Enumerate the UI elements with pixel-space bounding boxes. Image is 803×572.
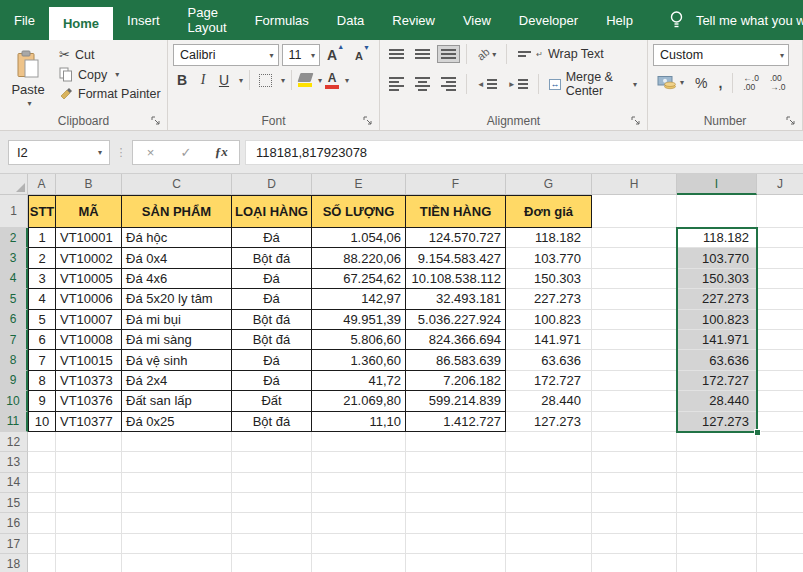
- cell-I12[interactable]: [677, 432, 757, 452]
- cell-D2[interactable]: Đá: [232, 228, 312, 248]
- cell-F11[interactable]: 1.412.727: [406, 412, 506, 432]
- cell-B3[interactable]: VT10002: [56, 248, 122, 268]
- cell-B14[interactable]: [56, 473, 122, 493]
- cell-E6[interactable]: 49.951,39: [312, 310, 406, 330]
- italic-button[interactable]: I: [194, 71, 212, 89]
- cell-H14[interactable]: [592, 473, 677, 493]
- cell-F5[interactable]: 32.493.181: [406, 289, 506, 309]
- cell-D18[interactable]: [232, 554, 312, 572]
- row-header-12[interactable]: 12: [0, 432, 28, 452]
- cell-J1[interactable]: [757, 195, 803, 228]
- cell-A2[interactable]: 1: [28, 228, 56, 248]
- row-header-2[interactable]: 2: [0, 228, 28, 248]
- row-header-6[interactable]: 6: [0, 310, 28, 330]
- number-dialog-launcher-icon[interactable]: [786, 116, 796, 126]
- cell-D9[interactable]: Đá: [232, 371, 312, 391]
- cell-E16[interactable]: [312, 513, 406, 533]
- increase-font-size-button[interactable]: A▲: [323, 47, 348, 63]
- cell-H8[interactable]: [592, 350, 677, 370]
- row-header-16[interactable]: 16: [0, 513, 28, 533]
- row-header-10[interactable]: 10: [0, 391, 28, 411]
- cell-B5[interactable]: VT10006: [56, 289, 122, 309]
- cell-I15[interactable]: [677, 493, 757, 513]
- cell-E17[interactable]: [312, 534, 406, 554]
- clipboard-dialog-launcher-icon[interactable]: [151, 116, 161, 126]
- cell-D13[interactable]: [232, 452, 312, 472]
- increase-indent-button[interactable]: ►: [504, 75, 532, 93]
- cell-J18[interactable]: [757, 554, 803, 572]
- cell-H11[interactable]: [592, 412, 677, 432]
- cell-F2[interactable]: 124.570.727: [406, 228, 506, 248]
- row-header-3[interactable]: 3: [0, 248, 28, 268]
- cell-C4[interactable]: Đá 4x6: [122, 269, 232, 289]
- cell-C10[interactable]: Đất san lấp: [122, 391, 232, 411]
- cell-J7[interactable]: [757, 330, 803, 350]
- cell-I5[interactable]: 227.273: [677, 289, 757, 309]
- wrap-text-button[interactable]: ↵ Wrap Text: [513, 45, 609, 63]
- cell-B18[interactable]: [56, 554, 122, 572]
- fill-handle[interactable]: [754, 429, 761, 436]
- cell-F8[interactable]: 86.583.639: [406, 350, 506, 370]
- paste-button[interactable]: Paste ▾: [1, 43, 55, 112]
- decrease-indent-button[interactable]: ◄: [473, 75, 501, 93]
- decrease-decimal-button[interactable]: .00→.0: [766, 70, 790, 95]
- column-header-J[interactable]: J: [757, 174, 803, 195]
- borders-button[interactable]: [256, 73, 275, 88]
- cell-E2[interactable]: 1.054,06: [312, 228, 406, 248]
- cell-E7[interactable]: 5.806,60: [312, 330, 406, 350]
- cell-G17[interactable]: [506, 534, 592, 554]
- cell-A7[interactable]: 6: [28, 330, 56, 350]
- cell-H16[interactable]: [592, 513, 677, 533]
- column-header-G[interactable]: G: [506, 174, 592, 195]
- bold-button[interactable]: B: [173, 71, 191, 89]
- cell-E13[interactable]: [312, 452, 406, 472]
- cell-I4[interactable]: 150.303: [677, 269, 757, 289]
- cell-E14[interactable]: [312, 473, 406, 493]
- cell-G14[interactable]: [506, 473, 592, 493]
- cell-D4[interactable]: Đá: [232, 269, 312, 289]
- cell-I11[interactable]: 127.273: [677, 412, 757, 432]
- row-header-5[interactable]: 5: [0, 289, 28, 309]
- cell-F16[interactable]: [406, 513, 506, 533]
- font-color-dropdown-icon[interactable]: ▾: [345, 76, 349, 85]
- cell-I3[interactable]: 103.770: [677, 248, 757, 268]
- cell-I7[interactable]: 141.971: [677, 330, 757, 350]
- row-header-1[interactable]: 1: [0, 195, 28, 228]
- cell-D7[interactable]: Bột đá: [232, 330, 312, 350]
- copy-button[interactable]: Copy ▾: [55, 66, 165, 83]
- cell-A18[interactable]: [28, 554, 56, 572]
- row-header-14[interactable]: 14: [0, 473, 28, 493]
- row-header-13[interactable]: 13: [0, 452, 28, 472]
- cell-B11[interactable]: VT10377: [56, 412, 122, 432]
- align-center-button[interactable]: [411, 73, 434, 95]
- font-dialog-launcher-icon[interactable]: [363, 116, 373, 126]
- cell-G2[interactable]: 118.182: [506, 228, 592, 248]
- cell-I10[interactable]: 28.440: [677, 391, 757, 411]
- cell-E10[interactable]: 21.069,80: [312, 391, 406, 411]
- cell-C12[interactable]: [122, 432, 232, 452]
- column-header-A[interactable]: A: [28, 174, 56, 195]
- tab-review[interactable]: Review: [378, 0, 449, 40]
- cell-D8[interactable]: Đá: [232, 350, 312, 370]
- cell-I13[interactable]: [677, 452, 757, 472]
- percent-style-button[interactable]: %: [691, 71, 711, 95]
- cell-G6[interactable]: 100.823: [506, 310, 592, 330]
- cell-G10[interactable]: 28.440: [506, 391, 592, 411]
- cell-H5[interactable]: [592, 289, 677, 309]
- cell-J13[interactable]: [757, 452, 803, 472]
- align-right-button[interactable]: [437, 73, 460, 95]
- cell-F13[interactable]: [406, 452, 506, 472]
- cell-G18[interactable]: [506, 554, 592, 572]
- cell-J8[interactable]: [757, 350, 803, 370]
- cell-I9[interactable]: 172.727: [677, 371, 757, 391]
- column-header-C[interactable]: C: [122, 174, 232, 195]
- tab-developer[interactable]: Developer: [505, 0, 592, 40]
- cell-C18[interactable]: [122, 554, 232, 572]
- comma-style-button[interactable]: ,: [714, 71, 726, 95]
- cell-C8[interactable]: Đá vệ sinh: [122, 350, 232, 370]
- column-header-F[interactable]: F: [406, 174, 506, 195]
- cell-E11[interactable]: 11,10: [312, 412, 406, 432]
- cell-D16[interactable]: [232, 513, 312, 533]
- cell-I18[interactable]: [677, 554, 757, 572]
- cell-F1[interactable]: TIỀN HÀNG: [406, 195, 506, 228]
